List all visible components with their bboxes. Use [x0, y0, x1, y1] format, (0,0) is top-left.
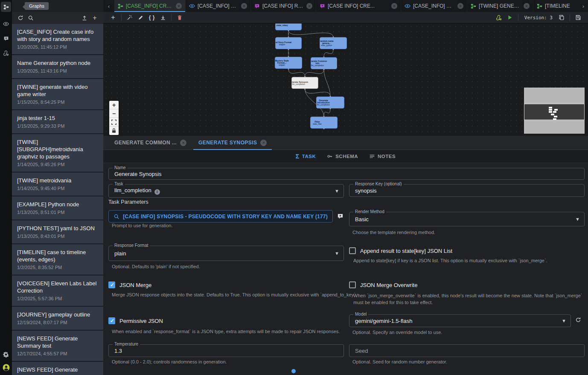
- rail-hooks-icon[interactable]: [1, 48, 11, 58]
- graph-list-item[interactable]: [TWINE] metroidvania1/14/2025, 9:45:40 P…: [12, 173, 103, 196]
- permissive-json-checkbox-row[interactable]: Permissive JSON: [108, 317, 163, 324]
- graph-item-date: 1/13/2025, 8:43:01 PM: [17, 233, 98, 240]
- graph-node-introduction[interactable]: Generate Introductionllm_completion: [316, 97, 344, 108]
- json-merge-checkbox-row[interactable]: JSON Merge: [108, 281, 151, 288]
- rail-viewer-icon[interactable]: [1, 19, 11, 29]
- run-button[interactable]: [504, 13, 515, 22]
- graph-list-item[interactable]: [TWINE][SUBGRAPH]metroidvania graphviz t…: [12, 134, 103, 172]
- editor-tab[interactable]: [CASE_INFO] CRE...×: [401, 0, 467, 12]
- close-icon[interactable]: ×: [241, 3, 247, 9]
- json-view-button[interactable]: { }: [146, 13, 157, 22]
- close-icon[interactable]: ×: [457, 3, 463, 9]
- tab-generate-common-info[interactable]: GENERATE COMMON ... ×: [108, 136, 192, 150]
- name-field[interactable]: Name Generate Synopsis: [108, 168, 585, 180]
- minimap[interactable]: [524, 88, 585, 134]
- graph-list-item[interactable]: [PYTHON TEST] yaml to JSON1/13/2025, 8:4…: [12, 220, 103, 243]
- upload-icon[interactable]: [79, 13, 90, 23]
- graph-list-item[interactable]: [VOICEGEN] Eleven Labs Label Correction1…: [12, 275, 103, 306]
- close-icon[interactable]: ×: [180, 140, 186, 146]
- close-icon[interactable]: ×: [524, 3, 530, 9]
- refresh-icon[interactable]: [15, 13, 26, 23]
- close-icon[interactable]: ×: [391, 3, 397, 9]
- tabs-scroll-left-icon[interactable]: ‹: [103, 0, 114, 12]
- graph-list-item[interactable]: [TWINE] generate with video game writer1…: [12, 79, 103, 109]
- zoom-out-button[interactable]: −: [109, 109, 119, 118]
- temperature-value: 1.3: [114, 348, 122, 354]
- lock-button[interactable]: [109, 126, 119, 135]
- node-label: Generate Introductionllm_completion: [316, 99, 334, 106]
- download-button[interactable]: [157, 13, 169, 22]
- add-node-button[interactable]: +: [108, 13, 119, 22]
- checkbox[interactable]: [349, 247, 356, 254]
- scroll-indicator-dot[interactable]: [291, 369, 296, 373]
- editor-tab[interactable]: [CASE_INFO] CRE...×: [114, 0, 186, 12]
- graph-node-load_story[interactable]: Load Story Formatsnippet: [275, 37, 302, 49]
- sidebar-header: Graphs Graphs: [12, 0, 103, 12]
- graph-node-random_name[interactable]: random name genera...exec_python: [320, 37, 347, 49]
- prompt-select-button[interactable]: [CASE INFO] SYNOPSIS - PSEUDOCODE WITH S…: [108, 210, 333, 223]
- json-merge-overwrite-label: JSON Merge Overwrite: [360, 282, 417, 288]
- append-to-key-checkbox-row[interactable]: Append result to state[key] JSON List: [349, 247, 452, 254]
- close-icon[interactable]: ×: [260, 140, 267, 146]
- graph-list-item[interactable]: [NEWS FEED] Generate Summary12/17/2024, …: [12, 362, 103, 375]
- checkbox[interactable]: [349, 281, 356, 288]
- editor-tab-label: [CASE_INFO] CRE...: [198, 3, 239, 9]
- rail-account-icon[interactable]: [1, 362, 11, 372]
- response-format-select[interactable]: Response Format plain ▼: [108, 246, 344, 261]
- graph-list-item[interactable]: [JOURNEY] gameplay outline12/19/2024, 8:…: [12, 307, 103, 330]
- add-graph-icon[interactable]: +: [90, 13, 100, 23]
- render-method-select[interactable]: Render Method Basic ▼: [349, 212, 585, 226]
- detail-subtabs: ΣTASKSCHEMANOTES: [103, 150, 588, 163]
- tab-generate-synopsis[interactable]: GENERATE SYNOPSIS ×: [192, 136, 273, 150]
- graph-node-state_rekey[interactable]: state_rekey: [275, 23, 302, 30]
- prompt-comment-button[interactable]: [336, 212, 344, 220]
- copy-icon[interactable]: [556, 13, 567, 22]
- fit-view-button[interactable]: [109, 118, 119, 126]
- graph-list-item[interactable]: [EXAMPLE] Python node1/13/2025, 8:51:01 …: [12, 196, 103, 220]
- rail-graphs-icon[interactable]: [1, 2, 11, 12]
- graph-list-item[interactable]: [CASE_INFO] Create case info with story …: [12, 24, 103, 54]
- subtab-notes[interactable]: NOTES: [369, 153, 396, 159]
- model-select[interactable]: Model gemini/gemini-1.5-flash ▼: [349, 314, 571, 327]
- seed-field[interactable]: Seed: [349, 344, 585, 357]
- json-merge-overwrite-checkbox-row[interactable]: JSON Merge Overwrite: [349, 281, 417, 288]
- checkbox[interactable]: [108, 281, 115, 288]
- webhook-button[interactable]: [493, 13, 504, 22]
- graph-list-item[interactable]: jinja tester 1-151/15/2025, 9:29:33 PM: [12, 110, 103, 133]
- graph-list-item[interactable]: [NEWS FEED] Generate Summary test12/17/2…: [12, 331, 103, 361]
- search-icon[interactable]: [26, 13, 36, 23]
- info-icon[interactable]: i: [154, 189, 160, 195]
- temperature-field[interactable]: Temperature 1.3: [108, 344, 344, 357]
- minimap-node: [553, 111, 556, 113]
- graph-node-mystery[interactable]: Mystery Style Format...snippet: [275, 57, 302, 69]
- graph-item-title: [PYTHON TEST] yaml to JSON: [17, 225, 98, 232]
- model-refresh-icon[interactable]: [575, 317, 581, 325]
- rail-settings-icon[interactable]: [1, 349, 11, 360]
- editor-tab[interactable]: [CASE INFO] CRE...×: [316, 0, 401, 12]
- graph-node-synopsis[interactable]: Generate Synopsisllm_completion: [291, 77, 318, 89]
- close-icon[interactable]: ×: [176, 3, 182, 9]
- graph-list-item[interactable]: Name Generator python node1/20/2025, 11:…: [12, 55, 103, 78]
- graph-item-date: 12/17/2024, 4:55:57 PM: [17, 351, 98, 357]
- zoom-in-button[interactable]: +: [109, 101, 119, 109]
- save-icon[interactable]: [573, 13, 584, 22]
- subtab-schema[interactable]: SCHEMA: [327, 153, 358, 159]
- close-icon[interactable]: ×: [306, 3, 312, 9]
- auto-layout-button[interactable]: [124, 13, 135, 22]
- task-select[interactable]: Task llm_completioni ▼: [108, 184, 344, 198]
- editor-tab[interactable]: [TWINE] GENERAT...×: [467, 0, 533, 12]
- edit-button[interactable]: [135, 13, 146, 22]
- render-method-helper: Choose the template rendering method.: [352, 230, 435, 235]
- tabs-scroll-right-icon[interactable]: ›: [579, 0, 588, 12]
- graph-node-common_info[interactable]: Generate Common Infollm_completion: [311, 57, 337, 69]
- checkbox[interactable]: [108, 317, 115, 324]
- delete-button[interactable]: [174, 13, 185, 22]
- graph-canvas[interactable]: + − state_rekeyLoad Story Formatsnippetr…: [103, 23, 588, 136]
- editor-tab[interactable]: [CASE INFO] REVI...×: [251, 0, 316, 12]
- graph-node-filter[interactable]: Filterstate_filter: [310, 117, 338, 129]
- rail-prompts-icon[interactable]: [1, 33, 11, 44]
- subtab-task[interactable]: ΣTASK: [296, 153, 316, 160]
- graph-list-item[interactable]: [TIMELINE] case to timeline (events, edg…: [12, 244, 103, 275]
- editor-tab[interactable]: [CASE_INFO] CRE...×: [186, 0, 251, 12]
- response-key-field[interactable]: Response Key (optional) synopsis: [349, 184, 585, 197]
